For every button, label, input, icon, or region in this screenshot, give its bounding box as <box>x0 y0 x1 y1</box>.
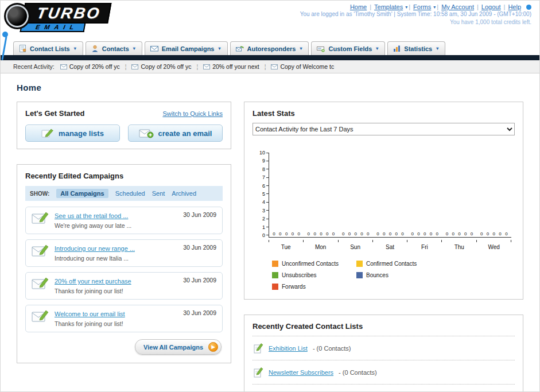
x-tick-label: Wed <box>477 244 511 250</box>
logo-title: TURBO <box>21 3 111 24</box>
nav-tab-statistics[interactable]: Statistics ▾ <box>387 41 445 55</box>
contact-lists-title: Recently Created Contact Lists <box>252 322 515 336</box>
legend-item: Unconfirmed Contacts <box>272 261 356 267</box>
y-tick-label: 4 <box>262 200 269 204</box>
recent-activity-item[interactable]: Copy of Welcome tc <box>271 63 334 70</box>
pencil-paper-icon <box>254 367 263 378</box>
nav-tab-label: Autoresponders <box>247 45 296 52</box>
bar-chart-icon <box>393 45 401 52</box>
nav-tab-label: Contacts <box>102 45 129 52</box>
campaign-date: 30 Jun 2009 <box>183 277 216 284</box>
nav-tab-autoresponders[interactable]: Autoresponders ▾ <box>230 41 309 55</box>
top-link-help[interactable]: Help <box>508 3 521 10</box>
tab-all-campaigns[interactable]: All Campaigns <box>56 189 108 198</box>
contact-list-row[interactable]: Exhibition List - (0 Contacts) <box>252 336 515 360</box>
legend-label: Forwards <box>282 284 306 290</box>
legend-item: Bounces <box>356 272 441 278</box>
x-tick-label: Mon <box>303 244 337 250</box>
tab-sent[interactable]: Sent <box>152 190 165 197</box>
campaign-subtitle: Thanks for joining our list! <box>55 288 123 294</box>
chart-y-axis: 109876543210 <box>254 150 269 238</box>
y-tick-label: 3 <box>262 208 269 213</box>
create-email-button[interactable]: create an email <box>128 125 223 142</box>
campaign-title-link[interactable]: Welcome to our email list <box>55 311 125 317</box>
campaign-date: 30 Jun 2009 <box>183 309 216 316</box>
contact-list-row[interactable]: Newsletter Subscribers - (0 Contacts) <box>252 360 515 385</box>
contact-list-count: - (0 Contacts) <box>313 345 351 352</box>
top-nav: Home| Templates▾| Forms▾| My Account| Lo… <box>300 3 531 10</box>
envelope-pencil-icon <box>32 243 49 257</box>
top-link-logout[interactable]: Logout <box>481 3 501 10</box>
legend-item: Forwards <box>272 284 356 290</box>
chart-x-ticks <box>269 240 511 242</box>
chevron-down-icon: ▾ <box>436 46 438 51</box>
contact-list-link[interactable]: Newsletter Subscribers <box>269 369 333 376</box>
contact-list-link[interactable]: Exhibition List <box>269 345 308 352</box>
contacts-icon <box>91 45 99 52</box>
campaign-row[interactable]: Welcome to our email list Thanks for joi… <box>25 305 223 332</box>
chevron-down-icon: ▾ <box>376 46 378 51</box>
credits-status: You have 1,000 total credits left. <box>300 18 531 26</box>
nav-tab-contacts[interactable]: Contacts ▾ <box>86 41 142 55</box>
logo-swirl-icon <box>4 3 30 29</box>
envelope-icon <box>271 64 278 69</box>
recent-activity-item[interactable]: Copy of 20% off yc <box>131 63 191 70</box>
y-tick-label: 9 <box>262 158 269 163</box>
recent-activity-item[interactable]: Copy of 20% off yc <box>60 63 120 70</box>
pencil-icon <box>41 128 54 138</box>
campaign-title-link[interactable]: See us at the retail food ... <box>55 212 128 219</box>
recent-contact-lists-panel: Recently Created Contact Lists Exhibitio… <box>244 315 523 392</box>
manage-lists-button[interactable]: manage lists <box>25 125 120 142</box>
chevron-down-icon: ▾ <box>133 46 135 51</box>
campaign-row[interactable]: See us at the retail food ... We're givi… <box>25 207 223 234</box>
nav-tab-label: Custom Fields <box>328 45 372 52</box>
top-link-home[interactable]: Home <box>350 3 367 10</box>
envelope-pencil-icon <box>32 276 49 290</box>
top-link-templates[interactable]: Templates <box>374 3 403 10</box>
y-tick-label: 7 <box>262 175 269 180</box>
envelope-pencil-icon <box>32 211 49 224</box>
envelope-pencil-icon <box>32 309 49 323</box>
campaign-row[interactable]: 20% off your next purchase Thanks for jo… <box>25 272 223 300</box>
header-right: Home| Templates▾| Forms▾| My Account| Lo… <box>300 3 531 26</box>
nav-tab-contact-lists[interactable]: Contact Lists ▾ <box>13 41 83 55</box>
top-link-forms[interactable]: Forms <box>413 3 431 10</box>
campaign-title-link[interactable]: 20% off your next purchase <box>55 278 131 285</box>
show-label: SHOW: <box>30 191 49 197</box>
recent-activity-bar: Recent Activity: Copy of 20% off yc ¦ Co… <box>1 60 539 73</box>
switch-quick-links-link[interactable]: Switch to Quick Links <box>162 110 223 117</box>
envelope-icon <box>60 64 67 69</box>
campaign-row[interactable]: Introducing our new range ... Introducin… <box>25 239 223 267</box>
campaign-date: 30 Jun 2009 <box>183 211 216 218</box>
top-link-my-account[interactable]: My Account <box>441 3 474 10</box>
x-tick-label: Sun <box>338 244 372 250</box>
pencil-paper-icon <box>254 343 263 354</box>
x-tick-label: Fri <box>407 244 442 250</box>
campaigns-title: Recently Edited Campaigns <box>25 172 223 180</box>
nav-tab-custom-fields[interactable]: Custom Fields ▾ <box>311 41 385 55</box>
y-tick-label: 10 <box>259 150 269 155</box>
tab-archived[interactable]: Archived <box>172 190 196 197</box>
legend-swatch <box>356 261 363 267</box>
campaign-title-link[interactable]: Introducing our new range ... <box>55 245 135 252</box>
logo-subtitle: EMAIL <box>20 24 86 32</box>
chevron-down-icon: ▾ <box>300 46 302 51</box>
envelope-plus-icon <box>139 128 154 138</box>
chart-value-labels: 00000000000000000000000000000000000 <box>269 231 511 236</box>
envelope-icon <box>150 45 158 52</box>
nav-tab-label: Email Campaigns <box>162 45 215 52</box>
arrow-right-icon: ▶ <box>208 342 218 352</box>
recent-activity-item[interactable]: 20% off your next <box>203 63 259 70</box>
blue-dot-icon <box>526 5 531 10</box>
contact-activity-chart: 109876543210 000000000000000000000000000… <box>254 153 511 290</box>
nav-tab-label: Statistics <box>404 45 432 52</box>
tab-scheduled[interactable]: Scheduled <box>115 190 145 197</box>
envelope-icon <box>203 64 210 69</box>
login-status: You are logged in as 'Timothy Smith' | S… <box>300 10 531 18</box>
campaign-subtitle: Thanks for joining our list! <box>55 320 123 327</box>
view-all-campaigns-button[interactable]: View All Campaigns ▶ <box>135 339 222 355</box>
nav-tab-email-campaigns[interactable]: Email Campaigns ▾ <box>145 41 228 55</box>
stats-period-select[interactable]: Contact Activity for the Last 7 Days <box>252 123 515 135</box>
y-tick-label: 0 <box>262 233 269 238</box>
chart-x-axis: TueMonSunSatFriThuWed <box>269 242 511 250</box>
